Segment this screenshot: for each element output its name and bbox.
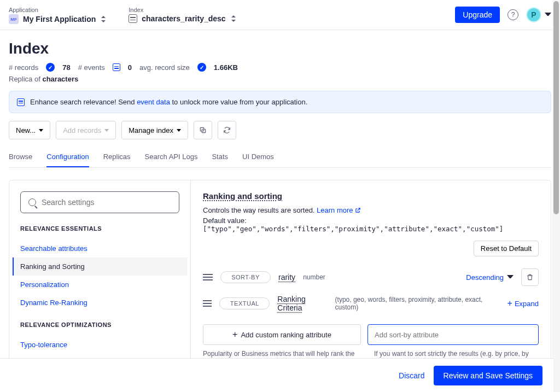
sidebar-item-typo-tolerance[interactable]: Typo-tolerance xyxy=(13,336,187,354)
settings-content: Ranking and sorting Controls the way res… xyxy=(191,180,551,372)
scrollbar-thumb[interactable] xyxy=(553,1,559,214)
replica-line: Replica of characters xyxy=(9,75,551,83)
sidebar-item-personalization[interactable]: Personalization xyxy=(13,276,187,294)
search-settings-box[interactable] xyxy=(20,191,179,213)
tab-configuration[interactable]: Configuration xyxy=(46,147,89,167)
app-icon: MF xyxy=(9,14,19,24)
plus-icon: + xyxy=(508,299,512,308)
sort-order-toggle[interactable]: Descending xyxy=(466,273,514,282)
application-name: My First Application xyxy=(23,15,96,24)
sidebar-item-searchable-attributes[interactable]: Searchable attributes xyxy=(13,239,187,258)
ranking-criteria-label: Ranking Criteria xyxy=(277,295,327,312)
updown-icon xyxy=(230,15,237,22)
sidebar-item-dynamic-reranking[interactable]: Dynamic Re-Ranking xyxy=(13,294,187,312)
chevron-down-icon xyxy=(507,275,514,279)
refresh-button[interactable] xyxy=(218,121,236,139)
index-icon xyxy=(129,14,137,23)
action-row: New... Add records Manage index xyxy=(9,121,551,139)
application-label: Application xyxy=(9,7,107,13)
application-selector[interactable]: Application MF My First Application xyxy=(9,7,107,24)
tabs: Browse Configuration Replicas Search API… xyxy=(9,147,551,168)
pill-sortby: SORT-BY xyxy=(220,271,271,283)
events-icon xyxy=(113,63,120,71)
drag-handle[interactable] xyxy=(203,300,212,307)
scrollbar-track xyxy=(552,0,560,392)
new-button[interactable]: New... xyxy=(9,121,50,139)
config-panel: RELEVANCE ESSENTIALS Searchable attribut… xyxy=(9,180,551,372)
reset-to-default-button[interactable]: Reset to Default xyxy=(474,241,539,256)
plus-icon: + xyxy=(232,330,237,339)
sidebar-item-ranking-sorting[interactable]: Ranking and Sorting xyxy=(13,258,187,276)
tab-replicas[interactable]: Replicas xyxy=(103,147,131,167)
copy-icon xyxy=(199,126,207,134)
database-icon xyxy=(17,98,25,106)
records-value: 78 xyxy=(62,63,70,72)
discard-button[interactable]: Discard xyxy=(399,371,424,380)
tab-ui-demos[interactable]: UI Demos xyxy=(242,147,274,167)
drag-handle[interactable] xyxy=(203,274,213,280)
search-icon xyxy=(28,198,36,206)
manage-index-button[interactable]: Manage index xyxy=(121,121,188,139)
events-value: 0 xyxy=(128,63,132,72)
sidebar-heading-optimizations: RELEVANCE OPTIMIZATIONS xyxy=(20,321,179,328)
records-label: # records xyxy=(9,63,38,72)
add-records-button: Add records xyxy=(56,121,116,139)
info-banner: Enhance search relevance! Send event dat… xyxy=(9,91,551,113)
tab-stats[interactable]: Stats xyxy=(212,147,228,167)
chevron-down-icon xyxy=(104,129,109,132)
sort-attribute-name: rarity xyxy=(278,273,295,282)
avg-label: avg. record size xyxy=(139,63,190,72)
add-custom-ranking-button[interactable]: +Add custom ranking attribute xyxy=(203,324,361,345)
pill-textual: TEXTUAL xyxy=(219,297,270,309)
sidebar-heading-essentials: RELEVANCE ESSENTIALS xyxy=(20,225,179,232)
help-icon[interactable]: ? xyxy=(508,9,518,20)
trash-icon xyxy=(526,273,534,281)
user-menu[interactable]: P xyxy=(526,7,551,22)
refresh-icon xyxy=(223,126,231,134)
external-link-icon xyxy=(355,207,361,213)
avatar: P xyxy=(526,7,541,22)
index-selector[interactable]: Index characters_rarity_desc xyxy=(129,7,236,23)
tab-search-api-logs[interactable]: Search API Logs xyxy=(145,147,198,167)
copy-button[interactable] xyxy=(194,121,212,139)
settings-sidebar: RELEVANCE ESSENTIALS Searchable attribut… xyxy=(9,180,191,372)
events-label: # events xyxy=(78,63,105,72)
check-badge-icon xyxy=(46,63,55,72)
upgrade-button[interactable]: Upgrade xyxy=(455,7,500,23)
criteria-list: (typo, geo, words, filters, proximity, a… xyxy=(335,296,492,311)
section-title: Ranking and sorting xyxy=(203,191,539,201)
chevron-down-icon xyxy=(545,13,551,17)
learn-more-link[interactable]: Learn more xyxy=(317,206,361,214)
topbar: Application MF My First Application Inde… xyxy=(0,0,560,30)
ranking-row-sortby: SORT-BY rarity number Descending xyxy=(203,264,539,290)
chevron-down-icon xyxy=(39,129,43,132)
add-sort-by-input[interactable] xyxy=(368,324,539,345)
event-data-link[interactable]: event data xyxy=(137,98,170,106)
footer-bar: Discard Review and Save Settings xyxy=(0,358,553,392)
sort-attribute-type: number xyxy=(303,273,325,281)
page-title: Index xyxy=(9,40,551,57)
tab-browse[interactable]: Browse xyxy=(9,147,32,167)
avg-value: 1.66KB xyxy=(214,63,238,72)
review-save-button[interactable]: Review and Save Settings xyxy=(434,366,542,385)
chevron-down-icon xyxy=(177,129,181,132)
ranking-row-criteria: TEXTUAL Ranking Criteria (typo, geo, wor… xyxy=(203,290,539,317)
delete-sort-button[interactable] xyxy=(521,268,539,286)
check-badge-icon xyxy=(197,63,206,72)
default-value: ["typo","geo","words","filters","proximi… xyxy=(203,225,503,233)
updown-icon xyxy=(100,15,107,23)
stats-row: # records 78 # events 0 avg. record size… xyxy=(9,63,551,72)
index-name: characters_rarity_desc xyxy=(142,14,225,23)
index-label: Index xyxy=(129,7,236,13)
search-settings-input[interactable] xyxy=(42,198,171,207)
replica-target: characters xyxy=(42,75,78,83)
expand-button[interactable]: +Expand xyxy=(508,299,539,308)
